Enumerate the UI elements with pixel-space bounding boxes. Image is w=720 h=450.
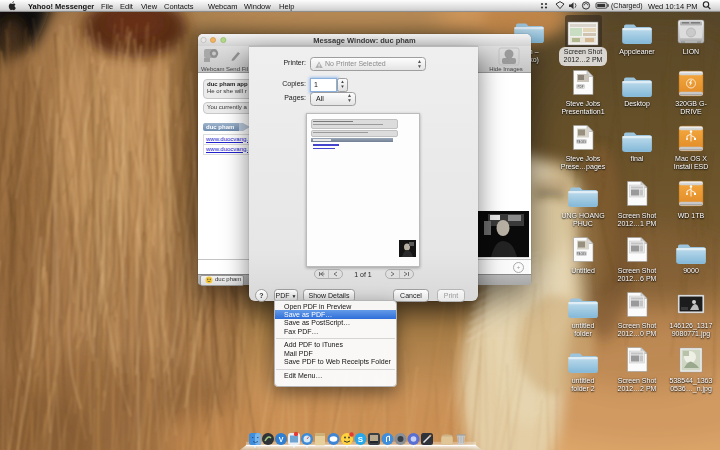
svg-text:PAGES: PAGES xyxy=(577,252,586,256)
svg-text:PAGES: PAGES xyxy=(577,140,586,144)
svg-text:PDF: PDF xyxy=(578,85,584,89)
svg-text:S: S xyxy=(358,435,364,444)
svg-text:V: V xyxy=(279,436,284,443)
